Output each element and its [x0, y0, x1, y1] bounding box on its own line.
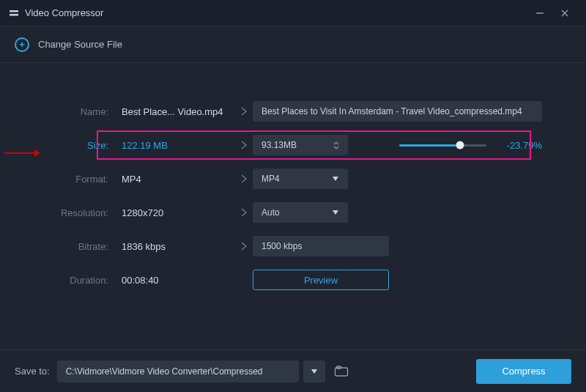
close-button[interactable] — [552, 3, 577, 23]
chevron-down-icon[interactable] — [333, 146, 339, 149]
caret-down-icon — [332, 174, 339, 184]
chevron-up-icon[interactable] — [333, 141, 339, 145]
saveto-dropdown[interactable] — [303, 360, 325, 382]
size-slider-wrap: -23.79% — [348, 139, 542, 151]
resolution-label: Resolution: — [44, 207, 122, 218]
bitrate-label: Bitrate: — [44, 241, 122, 252]
slider-thumb[interactable] — [456, 141, 464, 149]
resolution-value: 1280x720 — [122, 207, 235, 218]
caret-down-icon — [332, 207, 339, 218]
size-target-text: 93.13MB — [262, 140, 297, 150]
chevron-right-icon — [235, 207, 253, 218]
name-value: Best Place... Video.mp4 — [122, 106, 235, 117]
row-duration: Duration: 00:08:40 Preview — [44, 268, 542, 292]
row-size: Size: 122.19 MB 93.13MB -23.79% — [44, 133, 542, 157]
resolution-select[interactable]: Auto — [253, 202, 348, 223]
subheader: + Change Source File — [0, 26, 586, 63]
name-label: Name: — [44, 106, 122, 117]
titlebar: Video Compressor — [0, 0, 586, 26]
compress-label: Compress — [502, 366, 545, 377]
saveto-label: Save to: — [15, 366, 50, 377]
saveto-path-text: C:\Vidmore\Vidmore Video Converter\Compr… — [66, 366, 263, 377]
open-folder-button[interactable] — [333, 363, 350, 380]
bottom-bar: Save to: C:\Vidmore\Vidmore Video Conver… — [0, 350, 586, 392]
duration-label: Duration: — [44, 275, 122, 286]
chevron-right-icon — [235, 174, 253, 184]
size-original: 122.19 MB — [122, 140, 235, 151]
saveto-path-field[interactable]: C:\Vidmore\Vidmore Video Converter\Compr… — [57, 360, 299, 382]
format-selected: MP4 — [262, 174, 280, 184]
plus-circle-icon[interactable]: + — [15, 37, 29, 52]
minimize-button[interactable] — [527, 3, 552, 23]
size-target-input[interactable]: 93.13MB — [253, 135, 348, 155]
preview-label: Preview — [304, 275, 338, 286]
output-name-text: Best Places to Visit In Amsterdam - Trav… — [262, 106, 522, 117]
size-percent: -23.79% — [498, 140, 542, 151]
slider-track — [399, 144, 486, 147]
chevron-right-icon — [235, 241, 253, 251]
row-bitrate: Bitrate: 1836 kbps 1500 kbps — [44, 234, 542, 258]
svg-marker-9 — [311, 369, 317, 374]
svg-rect-1 — [10, 14, 18, 16]
row-format: Format: MP4 MP4 — [44, 167, 542, 191]
compress-button[interactable]: Compress — [476, 359, 571, 384]
caret-down-icon — [311, 369, 318, 374]
chevron-right-icon — [235, 106, 253, 117]
window-title: Video Compressor — [25, 7, 527, 18]
slider-fill — [399, 144, 460, 147]
row-resolution: Resolution: 1280x720 Auto — [44, 201, 542, 224]
preview-button[interactable]: Preview — [253, 270, 389, 290]
format-label: Format: — [44, 174, 122, 185]
svg-rect-10 — [335, 368, 347, 376]
resolution-selected: Auto — [262, 207, 280, 218]
main-form: Name: Best Place... Video.mp4 Best Place… — [0, 63, 586, 292]
size-spinner[interactable] — [333, 141, 339, 149]
change-source-link[interactable]: Change Source File — [38, 39, 122, 50]
bitrate-target: 1500 kbps — [262, 241, 302, 251]
bitrate-input[interactable]: 1500 kbps — [253, 236, 389, 256]
app-logo-icon — [9, 8, 19, 18]
svg-marker-6 — [333, 210, 338, 215]
bitrate-value: 1836 kbps — [122, 241, 235, 252]
svg-rect-0 — [10, 10, 18, 12]
duration-value: 00:08:40 — [122, 275, 235, 286]
format-select[interactable]: MP4 — [253, 169, 348, 189]
folder-icon — [334, 366, 349, 377]
size-slider[interactable] — [399, 139, 486, 151]
svg-marker-5 — [333, 177, 338, 181]
output-name-input[interactable]: Best Places to Visit In Amsterdam - Trav… — [253, 101, 542, 122]
chevron-right-icon — [235, 140, 253, 150]
row-name: Name: Best Place... Video.mp4 Best Place… — [44, 100, 542, 123]
format-value: MP4 — [122, 174, 235, 185]
size-label: Size: — [44, 140, 122, 151]
